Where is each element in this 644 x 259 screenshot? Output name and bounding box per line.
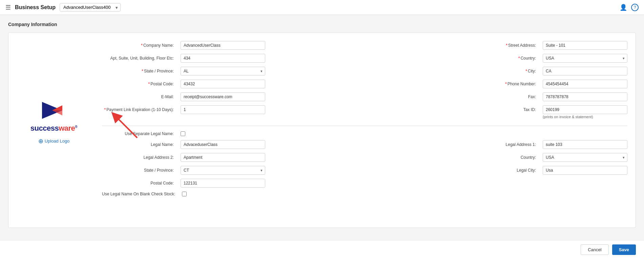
tax-id-hint: (prints on invoice & statement): [543, 115, 593, 119]
form-divider: [102, 126, 627, 126]
cancel-button[interactable]: Cancel: [581, 244, 608, 255]
tax-id-input[interactable]: [543, 105, 627, 114]
apt-input[interactable]: [181, 54, 265, 63]
use-separate-legal-checkbox[interactable]: [181, 131, 185, 136]
payment-link-input[interactable]: [181, 105, 265, 114]
legal-address2-label: Legal Address 2:: [102, 155, 176, 160]
legal-name-input[interactable]: [181, 140, 265, 149]
row-use-separate: Use Separate Legal Name:: [102, 131, 627, 136]
tax-id-group: Tax ID: (prints on invoice & statement): [478, 105, 627, 119]
legal-postal-label: Postal Code:: [102, 181, 176, 186]
row-state: *State / Province: AL *City:: [102, 67, 627, 75]
row-legal-address2: Legal Address 2: Country: USA: [102, 153, 627, 162]
logo-text: successware®: [30, 124, 77, 133]
company-selector[interactable]: AdvancedUserClass400: [60, 3, 121, 12]
legal-country-select[interactable]: USA: [543, 153, 627, 162]
upload-logo-label: Upload Logo: [45, 138, 70, 144]
legal-country-label: Country:: [478, 155, 539, 160]
city-input[interactable]: [543, 67, 627, 75]
legal-city-input[interactable]: [543, 166, 627, 175]
blank-check-checkbox[interactable]: [182, 192, 187, 196]
legal-city-label: Legal City:: [478, 168, 539, 173]
footer-bar: Cancel Save: [0, 240, 644, 259]
legal-address2-input[interactable]: [181, 153, 265, 162]
email-label: E-Mail:: [102, 94, 176, 99]
postal-code-input[interactable]: [181, 80, 265, 88]
blank-check-label: Use Legal Name On Blank Check Stock:: [102, 192, 178, 196]
help-icon[interactable]: ?: [631, 4, 639, 11]
street-address-input[interactable]: [543, 41, 627, 50]
company-name-label: *Company Name:: [102, 43, 176, 48]
company-logo: successware®: [30, 97, 77, 133]
country-select[interactable]: USA: [543, 54, 627, 63]
email-input[interactable]: [181, 92, 265, 101]
use-separate-legal-label: Use Separate Legal Name:: [102, 131, 176, 136]
logo-icon: [32, 97, 76, 124]
logo-area: successware® ⊕ Upload Logo: [17, 41, 91, 200]
row-email: E-Mail: Fax:: [102, 92, 627, 101]
form-area: *Company Name: *Street Address: Apt, Sui…: [102, 41, 627, 200]
row-apt: Apt, Suite, Unit, Building, Floor Etc: *…: [102, 54, 627, 63]
section-title: Company Information: [8, 22, 636, 27]
tax-id-label: Tax ID:: [478, 107, 539, 112]
company-name-input[interactable]: [181, 41, 265, 50]
main-content: Company Information: [0, 15, 644, 259]
row-company-name: *Company Name: *Street Address:: [102, 41, 627, 50]
legal-state-select[interactable]: CT: [181, 166, 265, 175]
fax-input[interactable]: [543, 92, 627, 101]
legal-postal-input[interactable]: [181, 179, 265, 188]
user-icon[interactable]: 👤: [620, 4, 627, 11]
fax-label: Fax:: [478, 94, 539, 99]
row-blank-check: Use Legal Name On Blank Check Stock:: [102, 192, 627, 196]
upload-logo-button[interactable]: ⊕ Upload Logo: [38, 137, 70, 145]
legal-address1-label: Legal Address 1:: [478, 142, 539, 147]
payment-link-label: *Payment Link Expiration (1-10 Days):: [102, 105, 176, 112]
row-payment-link: *Payment Link Expiration (1-10 Days): Ta…: [102, 105, 627, 119]
topbar: ☰ Business Setup AdvancedUserClass400 👤 …: [0, 0, 644, 15]
legal-name-label: Legal Name:: [102, 142, 176, 147]
row-legal-postal: Postal Code:: [102, 179, 627, 188]
state-select[interactable]: AL: [181, 67, 265, 75]
apt-label: Apt, Suite, Unit, Building, Floor Etc:: [102, 56, 176, 61]
street-address-label: *Street Address:: [478, 43, 539, 48]
legal-address1-input[interactable]: [543, 140, 627, 149]
company-info-card: successware® ⊕ Upload Logo *Company Name…: [8, 33, 636, 228]
hamburger-menu-icon[interactable]: ☰: [5, 4, 11, 11]
country-label: *Country:: [478, 56, 539, 61]
row-legal-name: Legal Name: Legal Address 1:: [102, 140, 627, 149]
city-label: *City:: [478, 69, 539, 73]
phone-input[interactable]: [543, 80, 627, 88]
row-legal-state: State / Province: CT Legal City:: [102, 166, 627, 175]
legal-state-label: State / Province:: [102, 168, 176, 173]
page-title: Business Setup: [15, 4, 56, 10]
postal-code-label: *Postal Code:: [102, 82, 176, 86]
company-selector-wrap: AdvancedUserClass400: [60, 3, 121, 12]
phone-label: *Phone Number:: [478, 82, 539, 86]
topbar-icons: 👤 ?: [620, 4, 639, 11]
tax-id-row: Tax ID:: [478, 105, 627, 114]
row-postal: *Postal Code: *Phone Number:: [102, 80, 627, 88]
save-button[interactable]: Save: [612, 244, 636, 255]
state-label: *State / Province:: [102, 69, 176, 73]
